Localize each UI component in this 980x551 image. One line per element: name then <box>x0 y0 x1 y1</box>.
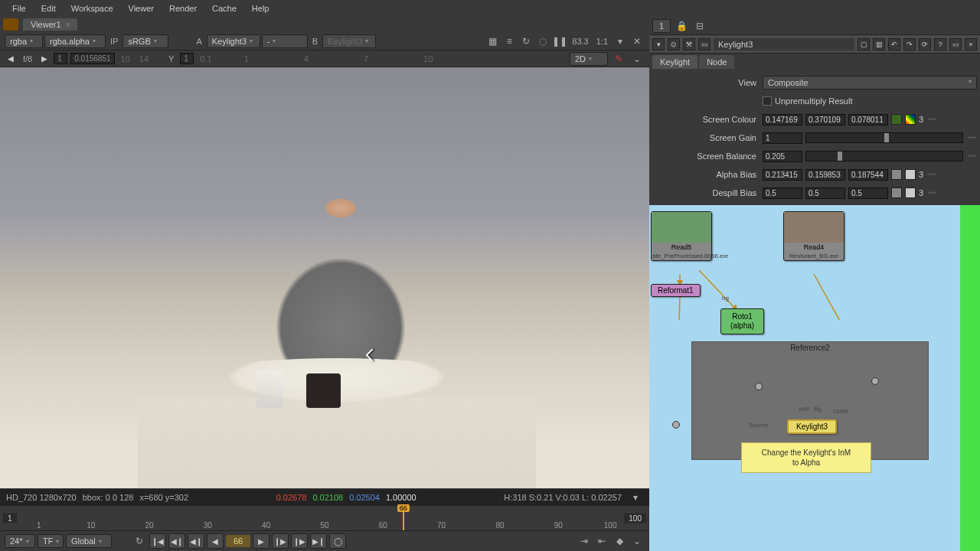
db-swatch2[interactable] <box>905 187 916 198</box>
b-input-dropdown[interactable]: Keylight3 <box>322 34 376 48</box>
lock-icon[interactable]: 🔒 <box>674 19 689 33</box>
ab-swatch2[interactable] <box>905 169 916 180</box>
sc-green[interactable] <box>805 114 845 126</box>
db-green[interactable] <box>805 187 845 199</box>
expand-icon[interactable]: ⌄ <box>629 534 645 548</box>
db-blue[interactable] <box>848 187 888 199</box>
close-panel-icon[interactable]: ✕ <box>629 34 645 48</box>
color-icon[interactable]: ▭ <box>698 38 710 51</box>
sticky-note[interactable]: Change the Keylight's InM to Alpha <box>741 442 871 473</box>
chevron-down-icon[interactable]: ▾ <box>628 491 643 504</box>
ab-red[interactable] <box>763 169 802 181</box>
clear-icon[interactable]: ⊟ <box>692 19 707 33</box>
screen-balance-slider[interactable] <box>805 151 963 161</box>
revert-icon[interactable]: ⟳ <box>919 38 931 51</box>
next-key-button[interactable]: ❙▶ <box>291 533 308 549</box>
menu-cache[interactable]: Cache <box>206 2 243 15</box>
screen-gain-input[interactable] <box>763 132 802 144</box>
a-view-dropdown[interactable]: - <box>262 34 308 48</box>
sc-swatch[interactable] <box>891 114 902 125</box>
expand-icon[interactable]: ⌄ <box>629 52 645 66</box>
node-read5[interactable]: Read5 afe_PreProcessed.0066.exr <box>651 211 712 261</box>
menu-viewer[interactable]: Viewer <box>122 2 160 15</box>
picker-icon[interactable] <box>905 114 916 125</box>
db-num[interactable]: 3 <box>919 188 923 197</box>
last-frame-button[interactable]: ▶❙ <box>310 533 327 549</box>
sc-num[interactable]: 3 <box>919 115 923 124</box>
tool-icon[interactable]: ⚒ <box>683 38 695 51</box>
anim-icon[interactable]: 〰 <box>926 114 937 125</box>
clip-icon[interactable]: ▦ <box>485 34 500 48</box>
ab-swatch[interactable] <box>891 169 902 180</box>
menu-workspace[interactable]: Workspace <box>65 2 119 15</box>
pause-icon[interactable]: ❚❚ <box>552 34 567 48</box>
node-keylight3[interactable]: Keylight3 <box>787 419 837 434</box>
channel-dropdown[interactable]: rgba <box>5 34 43 48</box>
link-icon[interactable]: ▢ <box>858 38 870 51</box>
db-red[interactable] <box>763 187 802 199</box>
prev-arrow-icon[interactable]: ◀ <box>5 54 17 63</box>
ab-blue[interactable] <box>848 169 888 181</box>
ratio-value[interactable]: 1:1 <box>593 37 611 46</box>
fstop-value[interactable]: 1 <box>54 53 67 64</box>
next-arrow-icon[interactable]: ▶ <box>38 54 51 63</box>
prop-count[interactable]: 1 <box>652 19 671 33</box>
redo-icon[interactable]: ↷ <box>903 38 916 51</box>
ab-green[interactable] <box>805 169 845 181</box>
tf-dropdown[interactable]: TF <box>38 534 64 548</box>
sc-blue[interactable] <box>848 114 888 126</box>
mode-dropdown[interactable]: 2D <box>570 52 608 66</box>
node-read4[interactable]: Read4 Resturant_BG.exr <box>783 211 844 261</box>
node-graph[interactable]: Read5 afe_PreProcessed.0066.exr Read4 Re… <box>649 205 980 551</box>
out-icon[interactable]: ⇤ <box>594 534 609 548</box>
node-reformat1[interactable]: Reformat1 <box>651 284 701 297</box>
dot-node[interactable] <box>871 377 879 385</box>
anim-icon[interactable]: 〰 <box>926 169 937 180</box>
prev-key-button[interactable]: ◀❙ <box>168 533 185 549</box>
unpremult-checkbox[interactable] <box>763 96 772 106</box>
key-icon[interactable]: ◆ <box>612 534 627 548</box>
start-frame[interactable]: 1 <box>3 514 17 523</box>
end-frame[interactable]: 100 <box>624 514 646 523</box>
help-icon[interactable]: ? <box>934 38 946 51</box>
x-num[interactable]: 0.0156851 <box>70 53 114 64</box>
node-roto1[interactable]: Roto1 (alpha) <box>720 308 764 334</box>
step-back-button[interactable]: ◀❙ <box>188 533 204 549</box>
loop-icon[interactable]: ↻ <box>132 534 147 548</box>
undo-icon[interactable]: ↶ <box>888 38 900 51</box>
menu-help[interactable]: Help <box>246 2 276 15</box>
collapse-icon[interactable]: ▾ <box>652 38 665 51</box>
dot-node[interactable] <box>672 421 680 429</box>
y-value[interactable]: 1 <box>180 53 194 64</box>
timeline-track[interactable]: 1 100 66 1 10 20 30 40 50 60 70 80 90 10… <box>0 505 649 531</box>
screen-balance-input[interactable] <box>763 151 802 162</box>
in-icon[interactable]: ⇥ <box>577 534 592 548</box>
sc-red[interactable] <box>763 114 802 126</box>
refresh-icon[interactable]: ↻ <box>518 34 534 48</box>
tab-node[interactable]: Node <box>699 55 734 69</box>
viewport[interactable] <box>0 67 649 488</box>
lut-dropdown[interactable]: sRGB <box>122 34 168 48</box>
current-frame[interactable]: 66 <box>226 535 250 547</box>
first-frame-button[interactable]: ❙◀ <box>149 533 166 549</box>
fps-dropdown[interactable]: 24* <box>5 534 35 548</box>
node-name[interactable]: Keylight3 <box>714 38 854 51</box>
playhead[interactable]: 66 <box>403 506 404 530</box>
step-forward-button[interactable]: ❙▶ <box>272 533 289 549</box>
anim-icon[interactable]: 〰 <box>966 132 977 143</box>
roi-icon[interactable]: ◌ <box>535 34 550 48</box>
ab-num[interactable]: 3 <box>919 170 923 179</box>
menu-render[interactable]: Render <box>163 2 203 15</box>
play-back-button[interactable]: ◀ <box>207 533 224 549</box>
db-swatch[interactable] <box>891 187 902 198</box>
list-icon[interactable]: ≡ <box>501 34 517 48</box>
screen-gain-slider[interactable] <box>805 132 963 143</box>
tab-keylight[interactable]: Keylight <box>652 55 697 69</box>
fstop-label[interactable]: f/8 <box>20 54 35 64</box>
scope-dropdown[interactable]: Global <box>66 534 112 548</box>
tab-viewer1[interactable]: Viewer1 × <box>23 18 77 31</box>
a-input-dropdown[interactable]: Keylight3 <box>207 34 260 48</box>
anim-icon[interactable]: 〰 <box>966 151 977 161</box>
menu-file[interactable]: File <box>6 2 32 15</box>
float-icon[interactable]: ▭ <box>949 38 962 51</box>
